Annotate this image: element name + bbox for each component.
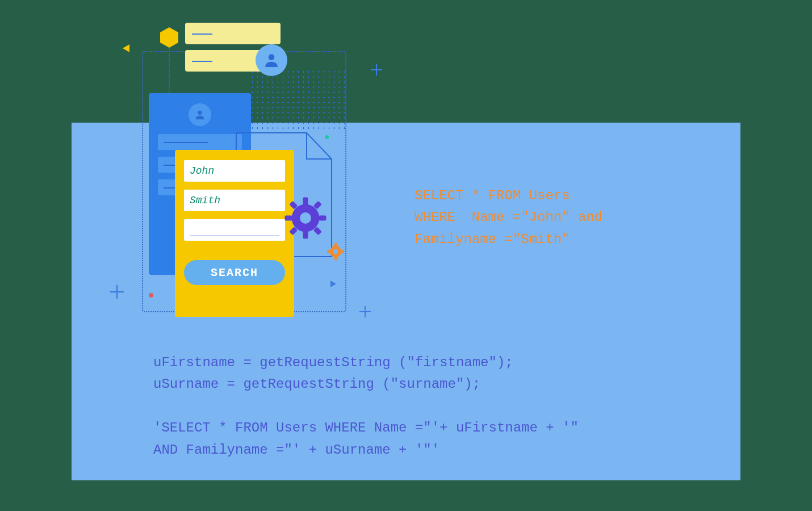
- list-bar-item: [185, 23, 281, 44]
- search-button[interactable]: SEARCH: [184, 260, 285, 285]
- gear-icon: [284, 196, 327, 240]
- dotted-connector: [169, 47, 170, 94]
- svg-rect-4: [303, 231, 308, 239]
- svg-rect-13: [334, 243, 337, 247]
- mobile-field: [158, 134, 242, 150]
- sparkle-icon: [369, 62, 384, 77]
- search-form-card: SEARCH: [175, 150, 294, 317]
- server-code-text: uFirstname = getRequestString ("firstnam…: [153, 352, 687, 461]
- dot-grid-decoration: [250, 69, 346, 132]
- svg-point-0: [269, 54, 275, 60]
- svg-rect-5: [285, 215, 293, 220]
- last-name-input[interactable]: [184, 190, 285, 211]
- svg-rect-14: [334, 256, 337, 260]
- empty-input[interactable]: [184, 219, 285, 241]
- svg-point-1: [198, 111, 202, 115]
- dot-decoration: [149, 293, 153, 298]
- svg-point-11: [300, 212, 311, 224]
- svg-rect-6: [319, 215, 327, 220]
- gear-small-icon: [327, 243, 344, 260]
- triangle-decoration: [123, 44, 129, 52]
- dot-decoration: [325, 135, 329, 139]
- user-avatar-icon: [256, 44, 287, 76]
- svg-rect-15: [327, 250, 331, 253]
- svg-rect-3: [303, 198, 308, 206]
- triangle-decoration: [330, 280, 336, 287]
- sparkle-icon: [358, 304, 372, 319]
- first-name-input[interactable]: [184, 160, 285, 182]
- avatar-icon: [189, 103, 211, 126]
- hexagon-icon: [160, 27, 178, 48]
- svg-point-17: [333, 249, 338, 254]
- svg-rect-16: [340, 250, 344, 253]
- sql-query-text: SELECT * FROM Users WHERE Name ="John" a…: [415, 185, 710, 250]
- sparkle-icon: [108, 283, 126, 301]
